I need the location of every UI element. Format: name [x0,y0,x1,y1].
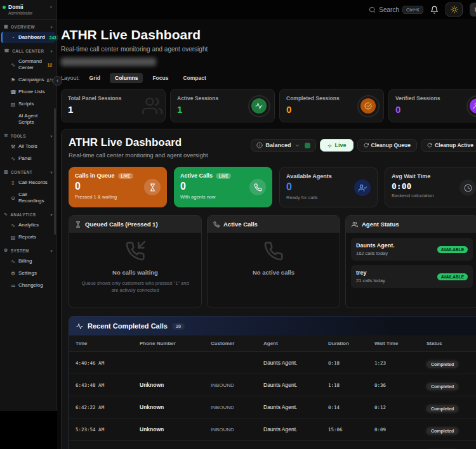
cell-duration: 0:18 [328,360,374,366]
sidebar-item-ai-agent-scripts[interactable]: AI Agent Scripts [1,110,55,128]
item-icon: ☎ [10,89,16,95]
sidebar-item-campaigns[interactable]: ⚑Campaigns87% [1,74,55,86]
sidebar-item-settings[interactable]: ⚙Settings [1,268,55,279]
cell-phone: Unknown [140,426,211,433]
sidebar-collapse-icon[interactable]: ‹ [49,4,53,10]
queued-panel-title: Queued Calls (Pressed 1) [85,221,158,228]
sidebar-item-changelog[interactable]: ≔Changelog [1,280,55,291]
layout-switcher: Layout: GridColumnsFocusCompact [61,73,476,83]
layout-option-focus[interactable]: Focus [147,73,173,83]
cell-duration: 0:14 [328,405,374,410]
sidebar-section-tools[interactable]: ⚒TOOLS▾ [0,129,56,140]
cell-status: Completed [426,401,476,413]
table-body: 4:40:46 AMDaunts Agent.0:181:23Completed… [69,352,476,449]
avatar[interactable]: D [470,3,476,16]
users-icon [352,221,358,228]
bell-icon[interactable] [430,6,439,14]
chevron-down-icon: ▾ [51,49,53,53]
hourglass-icon [75,221,81,228]
sidebar-section-analytics[interactable]: ∿ANALYTICS▾ [0,207,56,219]
layout-option-compact[interactable]: Compact [178,73,211,83]
item-icon: ▤ [10,235,16,240]
item-icon: ▤ [10,101,16,107]
cell-agent: Daunts Agent. [263,426,328,433]
sidebar-item-billing[interactable]: ∿Billing [1,256,55,267]
cell-phone: Unknown [140,382,211,388]
item-label: Dashboard [18,34,45,41]
sidebar-item-scripts[interactable]: ▤Scripts [1,98,55,110]
agent-name: Daunts Agent. [356,242,395,249]
item-icon: ∿ [10,223,16,228]
activity-icon [251,98,267,114]
item-icon: ≔ [10,283,16,289]
item-label: Panel [18,155,31,162]
phone-incoming-icon [125,241,145,261]
queued-empty-caption: Queue shows only customers who pressed "… [79,280,192,294]
sidebar-item-call-recordings[interactable]: ⊙Call Recordings [1,189,55,207]
item-label: Changelog [18,282,43,289]
column-header-status: Status [426,341,476,346]
sidebar-section-call-center[interactable]: ☎CALL CENTER▾ [0,44,56,55]
page-title: ATHR Live Dashboard [61,27,476,42]
section-icon: ⚙ [4,248,8,253]
theme-toggle-button[interactable] [446,3,463,16]
cleanup-queue-button[interactable]: Cleanup Queue [357,139,417,152]
sidebar-item-analytics[interactable]: ∿Analytics [1,219,55,231]
workspace-role: Administrator [8,11,46,15]
kpi-label: Avg Wait Time [392,173,430,179]
item-label: Phone Lists [18,89,45,95]
mode-select[interactable]: Balanced [251,139,316,152]
table-row: 6:43:48 AMUnknownINBOUNDDaunts Agent.1:1… [69,374,476,396]
redacted-text-blur [61,58,156,66]
sidebar-section-content[interactable]: ▥CONTENT▾ [0,165,56,176]
agent-call-count: 21 calls today [356,278,385,283]
item-icon: ⚙ [10,271,16,277]
kpi-label: Calls in Queue [75,172,115,179]
kpi-card-available-agents: Available Agents0Ready for calls [279,167,378,207]
sidebar-item-all-tools[interactable]: ⚒All Tools [1,141,55,152]
item-icon: ∿ [10,62,16,68]
item-label: Reports [18,234,36,240]
item-label: Call Recordings [18,192,52,204]
item-icon: ⚒ [10,144,16,150]
clock-icon [459,179,476,196]
item-icon: ◔ [10,35,16,41]
info-icon [256,142,263,148]
item-label: AI Agent Scripts [18,113,52,126]
section-icon: ☎ [4,48,10,53]
cell-time: 6:43:48 AM [76,382,140,388]
phone-icon [249,179,266,195]
item-icon: ∿ [10,156,16,162]
layout-label: Layout: [61,75,80,81]
search-button[interactable]: Search Ctrl+K [369,6,423,14]
sidebar-scrollbar[interactable] [54,108,56,235]
layout-option-grid[interactable]: Grid [84,73,105,83]
wifi-icon [327,143,333,148]
chevron-down-icon: ▾ [51,170,53,174]
sidebar-item-reports[interactable]: ▤Reports [1,231,55,243]
sidebar-section-system[interactable]: ⚙SYSTEM▾ [0,244,56,255]
agent-row: trey21 calls todayAVAILABLE [351,265,473,288]
sidebar-item-call-records[interactable]: ▯Call Records [1,177,55,188]
sidebar-toggle-bubble[interactable]: ‹ [53,76,62,86]
sidebar-section-overview[interactable]: ▦OVERVIEW▾ [0,20,56,31]
sidebar: Domii Administrator ‹ ▦OVERVIEW▾◔Dashboa… [0,0,57,411]
stat-card-completed-sessions: Completed Sessions0 [279,89,384,122]
column-header-wait-time: Wait Time [374,341,426,346]
page-header: ATHR Live Dashboard Real-time call cente… [57,19,476,83]
layout-option-columns[interactable]: Columns [110,73,143,83]
mode-status-dot [305,143,310,148]
sidebar-item-command-center[interactable]: ∿Command Center12 [1,56,55,74]
sidebar-item-panel[interactable]: ∿Panel [1,153,55,164]
stat-card-total-panel-sessions: Total Panel Sessions1 [61,89,166,122]
cell-wait-time: 0:09 [374,427,426,433]
live-toggle-button[interactable]: Live [320,139,354,152]
queued-empty-title: No calls waiting [69,269,201,276]
cleanup-active-button[interactable]: Cleanup Active [421,139,476,152]
sidebar-item-phone-lists[interactable]: ☎Phone Lists [1,86,55,98]
chevron-down-icon: ▾ [51,134,53,138]
sidebar-item-dashboard[interactable]: ◔Dashboard243 [1,32,55,43]
table-count-badge: 20 [172,323,185,330]
hourglass-icon [144,179,161,195]
section-icon: ∿ [4,212,8,217]
